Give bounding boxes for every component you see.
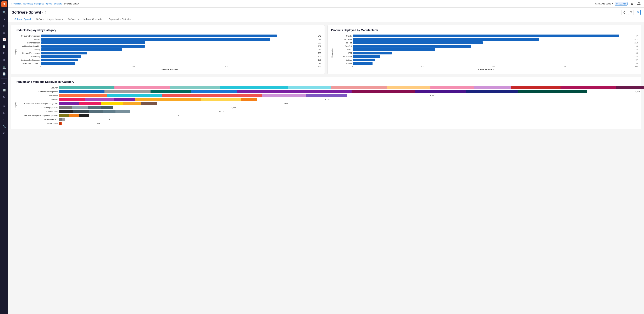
chart2-bar-row: Broadcom45 — [334, 55, 638, 58]
zoom-in-button[interactable] — [635, 10, 640, 15]
app-logo[interactable]: X — [1, 1, 7, 7]
svg-line-7 — [632, 13, 632, 14]
sidebar-icon-cloud[interactable]: ☁ — [1, 80, 7, 86]
sidebar-icon-gear-settings[interactable]: ⚙ — [1, 94, 7, 100]
chart1-bar-row: Storage Management125 — [18, 52, 321, 54]
chart2-bar-row: Debian37 — [334, 58, 638, 61]
chart1-title: Products Deployed by Category — [14, 29, 321, 32]
svg-point-2 — [623, 12, 624, 13]
sidebar-icon-wrench[interactable]: 🔧 — [1, 123, 7, 130]
chart1-x-axis-label: Software Products — [18, 68, 321, 70]
breadcrumb: IT Visibility / Technology Intelligence … — [11, 2, 79, 5]
chart2-bar-row: Adobe33 — [334, 62, 638, 65]
chart1-bar-row: Utilities624 — [18, 38, 321, 41]
tab-org-statistics[interactable]: Organization Statistics — [106, 16, 134, 22]
chart3-bar-row: Utilities4,129 — [18, 98, 638, 101]
share-button[interactable] — [621, 10, 627, 15]
workspace-selector[interactable]: Flexera One Demo ▾ — [594, 2, 613, 5]
sidebar-icon-tag[interactable]: 🏷 — [1, 116, 7, 123]
tab-software-sprawl[interactable]: Software Sprawl — [12, 16, 34, 22]
chart2-x-axis-label: Software Products — [334, 68, 638, 70]
chart2-title: Products Deployed by Manufacturer — [331, 29, 638, 32]
top-charts-row: Products Deployed by Category Category S… — [11, 25, 641, 74]
chart3-bar-row: Virtualization564 — [18, 122, 638, 125]
chart3-bar-row: Operating Systems2,665 — [18, 106, 638, 109]
workspace-name: Flexera One Demo — [594, 2, 611, 5]
chart1-bar-row: Software Development642 — [18, 34, 321, 37]
sidebar-icon-star[interactable]: ★ — [1, 16, 7, 22]
sidebar-icon-chart-bar[interactable]: ▦ — [1, 30, 7, 36]
chart-versions-by-category: Products and Versions Deployed by Catego… — [11, 77, 641, 129]
header-actions — [621, 10, 640, 15]
zoom-out-button[interactable] — [628, 10, 634, 15]
tab-bar: Software Sprawl Software Lifecycle Insig… — [12, 16, 640, 22]
sidebar-icon-dollar[interactable]: $ — [1, 103, 7, 109]
notifications-icon[interactable] — [636, 1, 641, 6]
sidebar-icon-chart-line[interactable]: 📈 — [1, 36, 7, 42]
chart1-bar-row: Security219 — [18, 48, 321, 51]
chart2-y-axis-label: Manufacturer — [331, 47, 333, 58]
topbar-right: Flexera One Demo ▾ flex-12324 — [594, 1, 641, 6]
sidebar-divider-1 — [1, 78, 7, 78]
breadcrumb-software[interactable]: Software — [54, 2, 62, 5]
tab-software-lifecycle[interactable]: Software Lifecycle Insights — [34, 16, 66, 22]
svg-line-10 — [638, 13, 639, 14]
chart3-y-axis-label: Category — [14, 102, 17, 110]
main-content: IT Visibility / Technology Intelligence … — [8, 0, 644, 314]
breadcrumb-tech-intelligence[interactable]: Technology Intelligence Reports — [23, 2, 52, 5]
chart3-title: Products and Versions Deployed by Catego… — [14, 80, 638, 84]
chart3-bar-row: Security9,687 — [18, 86, 638, 89]
chart3-bar-row: Productivity5,780 — [18, 94, 638, 97]
sidebar-icon-layers[interactable]: ⊞ — [1, 23, 7, 29]
chart1-bar-row: Multimedia & Graphi...282 — [18, 45, 321, 48]
chart3-bars: Security9,687Software Development8,979Pr… — [18, 86, 638, 125]
chart3-bar-row: Collaboration2,473 — [18, 110, 638, 113]
sidebar-icon-building[interactable]: 🏢 — [1, 87, 7, 93]
chart-products-by-manufacturer: Products Deployed by Manufacturer Manufa… — [328, 25, 641, 74]
breadcrumb-current: Software Sprawl — [64, 2, 79, 5]
chart3-bar-row: IT Management718 — [18, 118, 638, 121]
chart2-bars: Oracle447Microsoft312Red Hat218CentOS199… — [334, 34, 638, 65]
chart1-bars: Software Development642Utilities624IT Ma… — [18, 34, 321, 65]
chart3-bar-row: Enterprise Content Management (ECM)3,486 — [18, 102, 638, 105]
chevron-down-icon: ▾ — [612, 2, 613, 5]
user-icon[interactable] — [630, 1, 634, 6]
sidebar-icon-report[interactable]: 📄 — [1, 71, 7, 77]
chart2-bar-row: IBM65 — [334, 52, 638, 54]
sidebar-icon-list[interactable]: ≡ — [1, 57, 7, 63]
chart3-bar-row: Database Management Systems (DBMS)1,813 — [18, 114, 638, 117]
chart1-bar-row: Enterprise Content ...92 — [18, 62, 321, 65]
sidebar: X 🔍 ★ ⊞ ▦ 📈 📋 🖥 ≡ 💻 📄 ☁ 🏢 ⚙ $ ⊟ 🏷 🔧 ⚙ — [0, 0, 8, 314]
chart1-y-axis-label: Category — [14, 48, 17, 56]
chart1-bar-row: IT Management283 — [18, 42, 321, 44]
sidebar-icon-search[interactable]: 🔍 — [1, 9, 7, 15]
workspace-badge[interactable]: flex-12324 — [615, 2, 628, 6]
sidebar-icon-cog[interactable]: ⚙ — [1, 130, 7, 136]
sidebar-icon-device[interactable]: 💻 — [1, 64, 7, 70]
chart2-bar-row: SuSE138 — [334, 48, 638, 51]
tab-hardware-correlation[interactable]: Software and Hardware Correlation — [66, 16, 106, 22]
svg-point-1 — [624, 11, 625, 12]
chart2-bar-row: CentOS199 — [334, 45, 638, 48]
topbar: IT Visibility / Technology Intelligence … — [8, 0, 644, 8]
svg-line-5 — [624, 12, 624, 12]
svg-point-3 — [624, 13, 625, 14]
page-title: Software Sprawl — [12, 10, 41, 14]
chart1-bar-row: Productivity107 — [18, 55, 321, 58]
svg-point-0 — [632, 2, 633, 4]
chart2-bar-row: Oracle447 — [334, 34, 638, 37]
chart2-bar-row: Microsoft312 — [334, 38, 638, 41]
content-area: Products Deployed by Category Category S… — [8, 22, 644, 314]
sidebar-icon-table[interactable]: ⊟ — [1, 110, 7, 116]
chart2-bar-row: Red Hat218 — [334, 42, 638, 44]
svg-line-4 — [624, 12, 624, 13]
breadcrumb-it-visibility[interactable]: IT Visibility — [11, 2, 21, 5]
chart3-bar-row: Software Development8,979 — [18, 90, 638, 93]
sidebar-icon-clipboard[interactable]: 📋 — [1, 43, 7, 50]
info-icon[interactable]: i — [42, 11, 46, 14]
page-header: Software Sprawl i Software Sprawl Softwa… — [8, 8, 644, 22]
chart1-bar-row: Business Intelligence...101 — [18, 58, 321, 61]
sidebar-icon-monitor[interactable]: 🖥 — [1, 50, 7, 56]
chart-products-by-category: Products Deployed by Category Category S… — [11, 25, 325, 74]
